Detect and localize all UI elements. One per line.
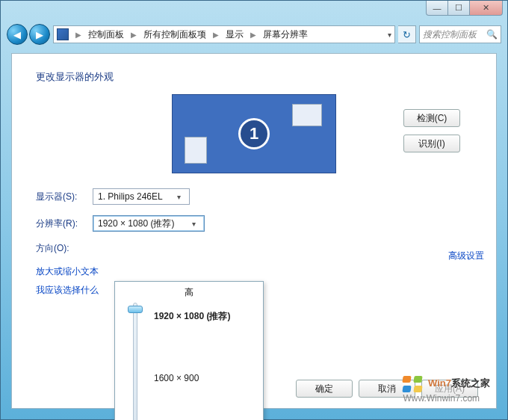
dialog-buttons: 确定 取消 应用(A) [296,380,478,398]
breadcrumb[interactable]: 控制面板 [88,28,124,41]
cancel-button[interactable]: 取消 [359,380,415,398]
chevron-down-icon: ▾ [173,193,185,201]
toolbar: ◀ ▶ ▶ 控制面板 ▶ 所有控制面板项 ▶ 显示 ▶ 屏幕分辨率 ▾ ↻ 搜索… [7,22,501,47]
resolution-slider-thumb[interactable] [128,306,143,313]
identify-button[interactable]: 识别(I) [403,135,460,152]
search-icon: 🔍 [486,29,498,40]
resolution-flyout: 高 1920 × 1080 (推荐) 1600 × 900 [114,281,264,420]
help-link-text-size[interactable]: 放大或缩小文本 [36,265,472,278]
nav-buttons: ◀ ▶ [7,24,50,45]
nav-back-button[interactable]: ◀ [7,24,28,45]
minimize-button[interactable]: — [426,1,448,16]
monitor-number-badge: 1 [238,118,270,149]
nav-forward-button[interactable]: ▶ [29,24,50,45]
advanced-settings-link[interactable]: 高级设置 [448,250,484,262]
maximize-button[interactable]: ☐ [447,1,470,16]
chevron-right-icon: ▶ [209,31,223,39]
search-placeholder: 搜索控制面板 [423,28,477,41]
content-pane: 更改显示器的外观 1 检测(C) 识别(I) 显示器(S): 1. Philip… [11,53,497,409]
chevron-right-icon: ▶ [127,31,140,39]
resolution-option[interactable]: 1920 × 1080 (推荐) [154,310,230,323]
resolution-slider-track[interactable] [133,303,137,420]
resolution-select[interactable]: 1920 × 1080 (推荐) ▾ [93,215,205,232]
search-input[interactable]: 搜索控制面板 🔍 [419,25,501,43]
resolution-label: 分辨率(R): [36,217,93,230]
detect-button[interactable]: 检测(C) [403,109,460,127]
control-panel-icon [57,28,69,40]
page-title: 更改显示器的外观 [36,70,472,84]
preview-window-icon [185,137,207,164]
window-frame: — ☐ ✕ ◀ ▶ ▶ 控制面板 ▶ 所有控制面板项 ▶ 显示 ▶ 屏幕分辨率 … [0,0,508,420]
close-button[interactable]: ✕ [469,1,503,16]
apply-button[interactable]: 应用(A) [421,380,478,398]
address-bar[interactable]: ▶ 控制面板 ▶ 所有控制面板项 ▶ 显示 ▶ 屏幕分辨率 ▾ [53,25,395,43]
orientation-label: 方向(O): [36,242,93,255]
slider-high-label: 高 [185,286,193,299]
resolution-option[interactable]: 1600 × 900 [154,373,199,383]
address-dropdown-icon[interactable]: ▾ [388,31,391,39]
chevron-down-icon: ▾ [188,220,199,228]
chevron-right-icon: ▶ [72,31,85,39]
display-select[interactable]: 1. Philips 246EL ▾ [93,188,190,205]
refresh-button[interactable]: ↻ [398,25,416,43]
chevron-right-icon: ▶ [247,31,260,39]
preview-window-icon [292,104,322,126]
breadcrumb[interactable]: 显示 [226,28,244,41]
monitor-preview[interactable]: 1 [172,94,336,173]
breadcrumb[interactable]: 屏幕分辨率 [263,28,308,41]
display-select-value: 1. Philips 246EL [98,191,173,202]
breadcrumb[interactable]: 所有控制面板项 [143,28,206,41]
display-label: 显示器(S): [36,191,93,203]
ok-button[interactable]: 确定 [296,380,353,398]
titlebar-controls: — ☐ ✕ [427,1,503,16]
resolution-select-value: 1920 × 1080 (推荐) [98,217,188,230]
